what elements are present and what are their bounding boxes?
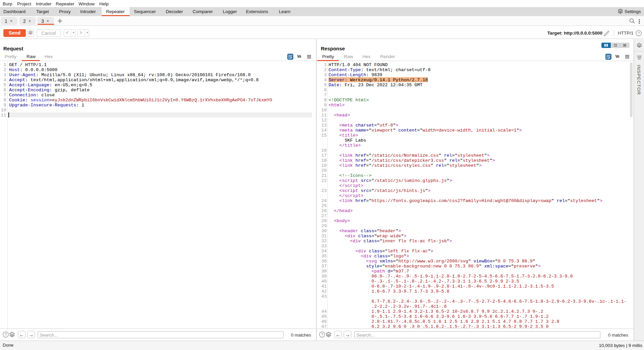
svg-text:?: ? (321, 333, 323, 337)
svg-text:?: ? (638, 31, 640, 35)
svg-text:?: ? (5, 333, 7, 337)
